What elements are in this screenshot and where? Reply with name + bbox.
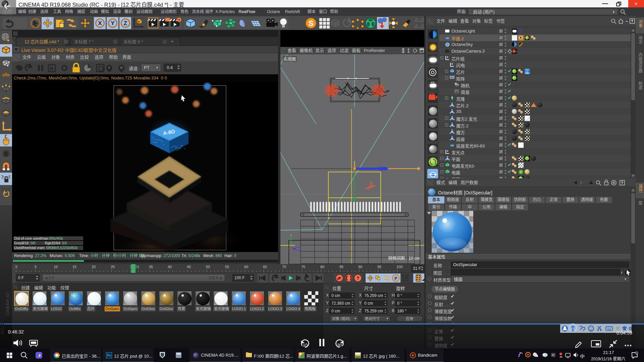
- svg-text:?: ?: [357, 276, 360, 281]
- svg-text:1: 1: [636, 352, 637, 355]
- svg-text:Z: Z: [124, 20, 127, 26]
- svg-text:30: 30: [337, 343, 342, 348]
- svg-text:Y: Y: [290, 234, 292, 237]
- svg-text:F: F: [108, 66, 110, 70]
- svg-text:0: 0: [447, 149, 448, 153]
- svg-text:10: 10: [303, 343, 308, 348]
- svg-text:P: P: [394, 276, 397, 281]
- svg-text:0: 0: [447, 56, 448, 59]
- svg-text:X: X: [98, 20, 102, 26]
- svg-text:S: S: [4, 151, 8, 157]
- svg-text:0: 0: [451, 62, 453, 65]
- svg-text:M: M: [120, 66, 123, 70]
- svg-text:R: R: [50, 66, 54, 71]
- svg-text:Y: Y: [111, 20, 115, 26]
- svg-text:S: S: [309, 19, 314, 27]
